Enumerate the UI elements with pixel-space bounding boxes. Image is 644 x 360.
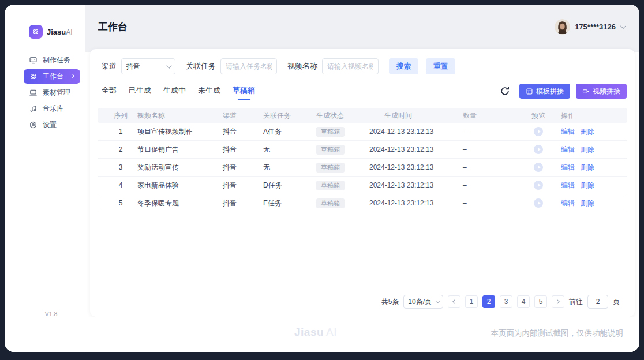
page-size-value: 10条/页	[408, 297, 432, 307]
col-count: 数量	[463, 111, 516, 121]
delete-link[interactable]: 删除	[581, 145, 594, 153]
cell-count: –	[463, 181, 516, 189]
template-splice-button[interactable]: 模板拼接	[519, 84, 570, 99]
delete-link[interactable]: 删除	[581, 181, 594, 189]
play-icon[interactable]	[534, 198, 543, 208]
sidebar-item-make-tasks[interactable]: 制作任务	[24, 53, 80, 68]
table-body: 1 项目宣传视频制作 抖音 A任务 草稿箱 2024-12-13 23:12:1…	[98, 123, 627, 212]
status-badge: 草稿箱	[316, 127, 345, 137]
cell-index: 5	[104, 199, 137, 207]
prev-page-button[interactable]	[448, 295, 460, 308]
edit-link[interactable]: 编辑	[561, 127, 575, 136]
cell-status: 草稿箱	[316, 127, 369, 137]
edit-link[interactable]: 编辑	[561, 181, 575, 189]
col-channel: 渠道	[223, 111, 263, 121]
cell-count: –	[463, 163, 516, 171]
cell-operations: 编辑删除	[561, 163, 621, 172]
cell-index: 1	[104, 127, 137, 136]
cell-preview	[516, 181, 561, 190]
cell-time: 2024-12-13 23:12:13	[369, 199, 463, 207]
channel-select[interactable]: 抖音	[121, 58, 175, 74]
delete-link[interactable]: 删除	[581, 127, 594, 136]
edit-link[interactable]: 编辑	[561, 145, 575, 153]
cell-channel: 抖音	[223, 181, 263, 190]
workspace: 渠道 抖音 关联任务 视频名称 搜索 重置 全部 已生成 生成中	[85, 49, 639, 317]
refresh-icon[interactable]	[500, 86, 510, 96]
sidebar-item-workbench[interactable]: 工作台	[24, 69, 80, 84]
sidebar-item-label: 设置	[43, 120, 57, 130]
status-badge: 草稿箱	[316, 198, 345, 208]
cell-time: 2024-12-13 23:12:13	[369, 181, 463, 189]
cell-index: 4	[104, 181, 137, 189]
next-page-button[interactable]	[552, 295, 564, 308]
tab-drafts[interactable]: 草稿箱	[233, 85, 255, 99]
play-icon[interactable]	[534, 163, 543, 172]
edit-link[interactable]: 编辑	[561, 199, 575, 207]
edit-link[interactable]: 编辑	[561, 163, 575, 171]
cell-operations: 编辑删除	[561, 198, 621, 208]
cell-video-name: 家电新品体验	[137, 181, 223, 190]
cell-task: 无	[263, 163, 316, 172]
video-name-input[interactable]	[322, 58, 379, 74]
goto-label: 前往	[569, 297, 583, 307]
user-menu[interactable]: 175****3126	[555, 19, 624, 35]
video-table: 序列 视频名称 渠道 关联任务 生成状态 生成时间 数量 预览 操作 1 项目宣	[98, 108, 627, 212]
goto-suffix: 页	[613, 297, 620, 307]
goto-page-input[interactable]	[587, 295, 608, 309]
cell-preview	[516, 145, 561, 154]
chevron-down-icon	[166, 63, 172, 69]
video-splice-button[interactable]: 视频拼接	[576, 84, 627, 99]
brand-name: JiasuAI	[47, 28, 73, 36]
search-button[interactable]: 搜索	[389, 58, 418, 74]
page-button-5[interactable]: 5	[534, 295, 547, 308]
cell-index: 2	[104, 145, 137, 153]
reset-button[interactable]: 重置	[426, 58, 455, 74]
col-index: 序列	[104, 111, 137, 121]
cell-status: 草稿箱	[316, 198, 369, 208]
cell-time: 2024-12-13 23:12:13	[369, 163, 463, 171]
topbar: 工作台 175****3126	[85, 5, 639, 49]
cell-time: 2024-12-13 23:12:13	[369, 127, 463, 136]
cell-video-name: 奖励活动宣传	[137, 163, 223, 172]
brand-logo: JiasuAI	[5, 24, 85, 39]
page-size-select[interactable]: 10条/页	[403, 295, 443, 309]
task-name-input[interactable]	[220, 58, 277, 74]
tab-not-generated[interactable]: 未生成	[198, 85, 220, 99]
sidebar-item-music-library[interactable]: 音乐库	[24, 102, 80, 116]
video-camera-icon	[582, 88, 590, 95]
channel-select-value: 抖音	[126, 62, 140, 72]
sidebar-item-materials[interactable]: 素材管理	[24, 85, 80, 100]
cell-time: 2024-12-13 23:12:13	[369, 145, 463, 153]
play-icon[interactable]	[534, 181, 543, 190]
col-video-name: 视频名称	[137, 111, 223, 121]
cell-channel: 抖音	[223, 145, 263, 155]
chevron-right-icon	[70, 74, 74, 78]
sidebar-item-label: 工作台	[43, 72, 63, 81]
play-icon[interactable]	[534, 145, 543, 154]
tab-generated[interactable]: 已生成	[129, 85, 151, 99]
page-button-1[interactable]: 1	[465, 295, 478, 308]
table-row: 4 家电新品体验 抖音 D任务 草稿箱 2024-12-13 23:12:13 …	[98, 177, 627, 194]
page-button-3[interactable]: 3	[500, 295, 512, 308]
cell-preview	[516, 163, 561, 172]
laptop-icon	[29, 88, 38, 97]
delete-link[interactable]: 删除	[581, 163, 594, 171]
tab-all[interactable]: 全部	[102, 85, 117, 99]
cell-count: –	[463, 199, 516, 207]
tab-actions: 模板拼接 视频拼接	[500, 84, 627, 101]
cell-count: –	[463, 145, 516, 153]
pagination-total: 共5条	[381, 297, 399, 307]
page-button-2[interactable]: 2	[482, 295, 495, 308]
tabs-row: 全部 已生成 生成中 未生成 草稿箱	[102, 84, 627, 101]
delete-link[interactable]: 删除	[581, 199, 594, 207]
page-button-4[interactable]: 4	[517, 295, 530, 308]
sidebar-item-label: 制作任务	[43, 55, 70, 65]
play-icon[interactable]	[534, 127, 543, 136]
col-preview: 预览	[516, 111, 561, 121]
tab-generating[interactable]: 生成中	[163, 85, 186, 99]
status-badge: 草稿箱	[316, 181, 345, 190]
sidebar-item-settings[interactable]: 设置	[24, 118, 80, 132]
user-phone: 175****3126	[575, 22, 616, 31]
cell-task: A任务	[263, 127, 316, 137]
sidebar-item-label: 音乐库	[43, 104, 63, 114]
